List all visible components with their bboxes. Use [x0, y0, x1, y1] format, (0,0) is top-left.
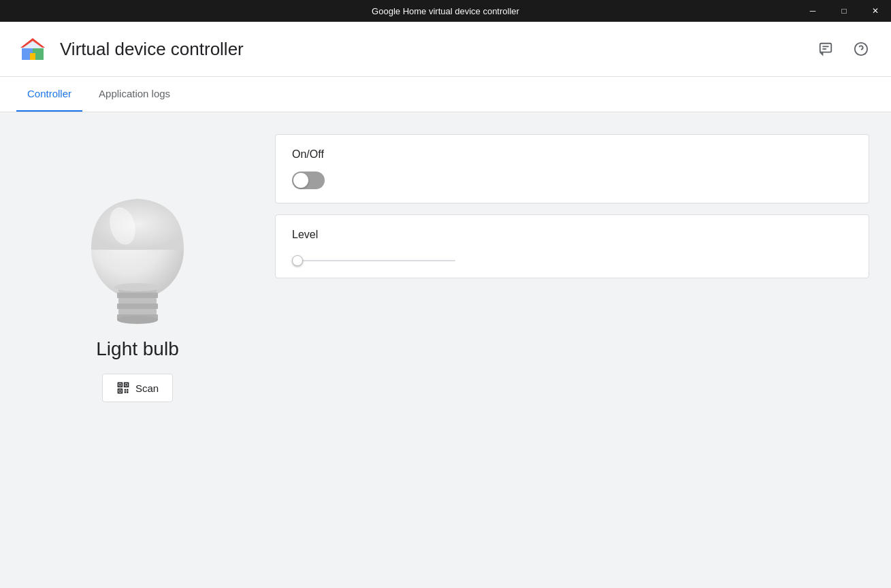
tab-controller[interactable]: Controller	[16, 77, 82, 112]
header-right	[812, 35, 875, 63]
svg-rect-12	[118, 309, 157, 314]
bulb-image	[76, 161, 199, 338]
svg-rect-25	[127, 389, 129, 391]
google-home-logo	[16, 33, 49, 65]
close-button[interactable]: ✕	[860, 0, 891, 22]
svg-rect-26	[125, 391, 127, 393]
svg-rect-24	[125, 389, 127, 391]
minimize-button[interactable]: ─	[797, 0, 828, 22]
window-controls: ─ □ ✕	[797, 0, 891, 22]
app-title: Virtual device controller	[60, 39, 244, 60]
svg-point-14	[117, 316, 158, 324]
chat-button[interactable]	[812, 35, 839, 63]
tabs-container: Controller Application logs	[0, 77, 891, 112]
svg-rect-10	[118, 298, 157, 304]
scan-button[interactable]: Scan	[102, 374, 173, 402]
device-name: Light bulb	[96, 338, 178, 360]
device-panel: Light bulb Scan	[22, 134, 253, 566]
window-title: Google Home virtual device controller	[372, 6, 519, 16]
scan-label: Scan	[135, 382, 159, 394]
tab-application-logs[interactable]: Application logs	[88, 77, 181, 112]
toggle-knob	[293, 173, 308, 188]
svg-rect-20	[119, 384, 121, 386]
maximize-button[interactable]: □	[828, 0, 860, 22]
svg-point-15	[114, 283, 161, 291]
level-slider[interactable]	[292, 260, 455, 261]
main-content: Light bulb Scan On/Off	[0, 112, 891, 588]
onoff-toggle[interactable]	[292, 172, 325, 189]
svg-rect-27	[127, 391, 129, 393]
onoff-label: On/Off	[292, 148, 852, 161]
onoff-card: On/Off	[275, 134, 869, 203]
header-left: Virtual device controller	[16, 33, 244, 65]
svg-rect-11	[117, 304, 158, 309]
svg-rect-1	[30, 53, 35, 60]
help-button[interactable]	[847, 35, 875, 63]
level-card: Level	[275, 214, 869, 278]
level-label: Level	[292, 229, 852, 241]
svg-rect-2	[820, 44, 832, 52]
chat-icon	[818, 42, 833, 56]
level-slider-container	[292, 252, 455, 264]
svg-rect-22	[119, 390, 121, 392]
svg-rect-21	[125, 384, 127, 386]
controls-panel: On/Off Level	[275, 134, 869, 566]
svg-rect-9	[117, 293, 158, 298]
qr-code-icon	[116, 381, 130, 395]
title-bar: Google Home virtual device controller ─ …	[0, 0, 891, 22]
app-header: Virtual device controller	[0, 22, 891, 77]
help-icon	[854, 42, 869, 56]
